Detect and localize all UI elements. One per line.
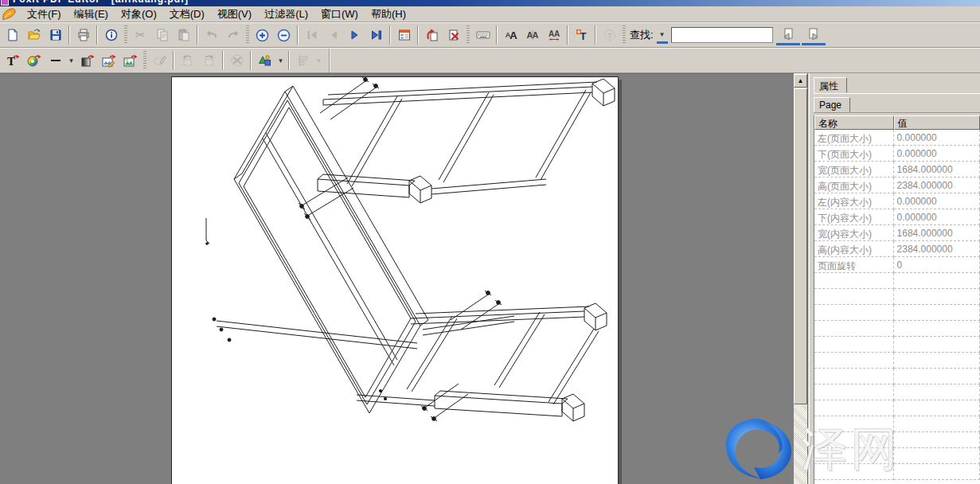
edit-image-button[interactable]	[98, 50, 119, 71]
cut-button[interactable]: ✂	[130, 25, 151, 45]
align-button[interactable]	[292, 50, 314, 71]
add-text-icon: T	[6, 54, 20, 68]
scroll-up-arrow-icon: ▲	[798, 77, 804, 84]
find-input[interactable]	[671, 27, 773, 43]
menu-item-window[interactable]: 窗口(W)	[314, 6, 365, 23]
lasso-select-button[interactable]	[149, 50, 170, 71]
line-style-dropdown[interactable]: ▾	[66, 50, 76, 71]
tab-page[interactable]: Page	[814, 97, 850, 112]
menu-item-filter[interactable]: 过滤器(L)	[258, 6, 314, 23]
last-page-button[interactable]	[365, 25, 387, 45]
menu-item-view[interactable]: 视图(V)	[211, 6, 258, 23]
document-info-button[interactable]	[100, 25, 122, 45]
toolbar-drag-handle[interactable]	[467, 25, 470, 45]
rotate-object-left-button[interactable]	[177, 50, 198, 71]
menu-item-help[interactable]: 帮助(H)	[365, 6, 412, 23]
property-value[interactable]: 0.000000	[894, 209, 980, 225]
panel-caption-tab[interactable]: 属性	[814, 77, 847, 93]
save-button[interactable]	[45, 25, 66, 45]
menu-item-object[interactable]: 对象(O)	[115, 6, 163, 23]
property-value[interactable]: 2384.000000	[894, 178, 980, 193]
paste-button[interactable]	[173, 25, 194, 45]
scrollbar-track[interactable]	[794, 404, 807, 484]
shapes-dropdown[interactable]: ▾	[275, 50, 286, 71]
svg-text:A: A	[532, 30, 538, 40]
toolbar-drag-handle[interactable]	[124, 25, 127, 45]
add-shading-button[interactable]	[76, 50, 98, 71]
property-name: 左(内容大小)	[814, 193, 894, 209]
delete-page-button[interactable]	[443, 25, 464, 45]
open-folder-icon	[28, 29, 41, 41]
property-value[interactable]: 0	[894, 257, 980, 273]
property-table-header: 名称 值	[814, 115, 980, 130]
menu-item-document[interactable]: 文档(D)	[163, 6, 211, 23]
property-name: 高(页面大小)	[814, 178, 894, 193]
toolbar-drag-handle[interactable]	[143, 51, 146, 70]
text-cursor-mark	[206, 218, 209, 244]
property-table: 名称 值 左(页面大小) 0.000000 下(页面大小) 0.000000 宽…	[814, 115, 980, 484]
panel-caption-line	[814, 93, 980, 94]
open-button[interactable]	[23, 25, 45, 45]
previous-page-button[interactable]	[322, 25, 344, 45]
property-value[interactable]: 0.000000	[894, 193, 980, 209]
delete-object-button[interactable]	[226, 50, 248, 71]
add-color-button[interactable]	[23, 50, 45, 71]
copy-icon	[156, 29, 169, 41]
shapes-button[interactable]	[254, 50, 275, 71]
chevron-down-icon: ▾	[658, 30, 666, 38]
properties-panel: 属性 Page 名称 值 左(页面大小) 0.000000 下(页面大小) 0.…	[810, 73, 980, 484]
color-wheel-icon	[27, 54, 41, 68]
page-layout-button[interactable]	[393, 25, 415, 45]
property-name: 页面旋转	[814, 257, 894, 273]
toolbar-main: ✂	[0, 22, 980, 48]
find-next-button[interactable]	[802, 25, 826, 45]
last-page-icon	[370, 29, 383, 41]
insert-text-button[interactable]: T	[571, 25, 592, 45]
document-page[interactable]	[171, 76, 619, 484]
rotate-object-right-button[interactable]	[198, 50, 220, 71]
zoom-out-button[interactable]	[273, 25, 295, 45]
property-row-empty	[814, 400, 980, 416]
add-text-button[interactable]: T	[2, 50, 23, 71]
delete-page-icon	[447, 29, 460, 41]
new-document-icon	[6, 29, 19, 41]
font-size-button[interactable]: AA	[500, 25, 521, 45]
property-value[interactable]: 1684.000000	[894, 162, 980, 178]
property-row-empty	[814, 384, 980, 400]
toolbar-drag-handle[interactable]	[623, 25, 626, 45]
char-spacing-button[interactable]: AA	[543, 25, 564, 45]
next-page-button[interactable]	[344, 25, 365, 45]
menu-item-edit[interactable]: 编辑(E)	[68, 6, 115, 23]
scroll-up-button[interactable]: ▲	[794, 74, 807, 88]
align-icon	[297, 54, 310, 67]
rotate-page-button[interactable]	[421, 25, 443, 45]
property-value[interactable]: 0.000000	[894, 146, 980, 162]
font-pair-button[interactable]: AA	[521, 25, 543, 45]
undo-button[interactable]	[201, 25, 222, 45]
property-name: 左(页面大小)	[814, 130, 894, 146]
svg-text:A: A	[510, 29, 517, 41]
first-page-button[interactable]	[301, 25, 322, 45]
column-header-name: 名称	[814, 115, 894, 130]
zoom-in-button[interactable]	[252, 25, 273, 45]
document-canvas[interactable]	[0, 73, 794, 484]
redo-button[interactable]	[222, 25, 244, 45]
chevron-down-icon: ▾	[67, 57, 76, 64]
text-circle-button[interactable]: T	[599, 25, 620, 45]
copy-button[interactable]	[151, 25, 173, 45]
property-value[interactable]: 2384.000000	[894, 241, 980, 257]
find-dropdown[interactable]: ▾	[657, 26, 668, 44]
find-previous-button[interactable]	[776, 25, 800, 45]
line-style-button[interactable]	[45, 50, 66, 71]
keyboard-button[interactable]	[472, 25, 494, 45]
scrollbar-thumb[interactable]	[794, 88, 807, 404]
chevron-down-icon: ▾	[276, 57, 285, 64]
toolbar-drag-handle[interactable]	[246, 25, 249, 45]
property-value[interactable]: 1684.000000	[894, 225, 980, 241]
print-button[interactable]	[72, 25, 94, 45]
menu-item-file[interactable]: 文件(F)	[21, 6, 68, 23]
new-document-button[interactable]	[2, 25, 23, 45]
align-dropdown[interactable]: ▾	[314, 50, 324, 71]
add-image-button[interactable]	[119, 50, 141, 71]
property-value[interactable]: 0.000000	[894, 130, 980, 146]
